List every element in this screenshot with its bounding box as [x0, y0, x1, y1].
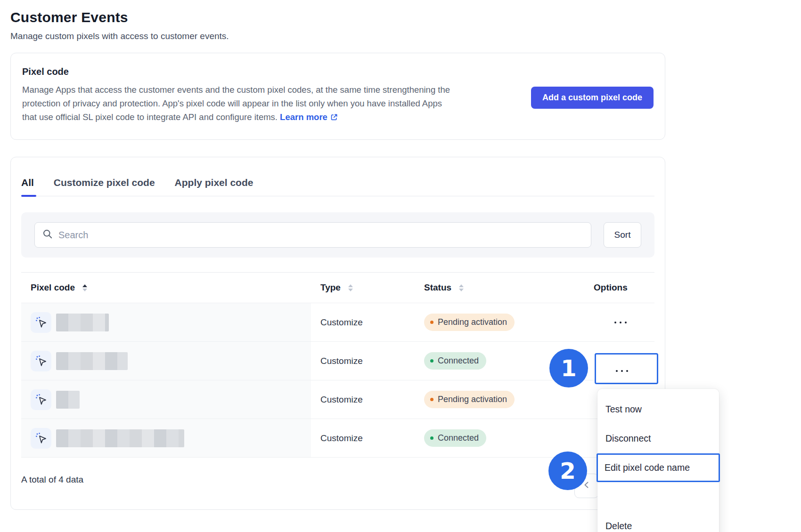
column-header-status[interactable]: Status [415, 273, 584, 303]
more-options-icon[interactable] [613, 317, 629, 328]
pixel-code-card: Pixel code Manage Apps that access the c… [10, 53, 665, 140]
column-header-pixel-code[interactable]: Pixel code [21, 273, 311, 303]
search-box[interactable] [34, 222, 591, 248]
status-cell: Connected [415, 419, 584, 457]
search-panel: Sort [21, 212, 654, 258]
search-input[interactable] [57, 229, 583, 241]
pixel-code-description: Manage Apps that access the customer eve… [22, 83, 450, 125]
options-button-highlight-box [595, 353, 658, 384]
status-cell: Pending activation [415, 380, 584, 419]
status-badge: Connected [424, 352, 486, 370]
status-badge: Connected [424, 429, 486, 447]
pixel-code-cell [21, 419, 311, 457]
pixel-cursor-icon [31, 389, 51, 410]
tab-all[interactable]: All [21, 177, 34, 196]
status-badge: Pending activation [424, 314, 515, 331]
pixel-code-cell [21, 380, 311, 419]
pixel-cursor-icon [31, 312, 51, 333]
pixel-code-cell [21, 303, 311, 341]
redacted-pixel-name [56, 352, 128, 370]
column-header-type[interactable]: Type [311, 273, 415, 303]
pixel-cursor-icon [31, 351, 51, 371]
table-row: Customize Connected [21, 419, 654, 458]
column-header-options: Options [584, 273, 654, 303]
type-cell: Customize [311, 303, 415, 341]
page-title: Customer Events [10, 9, 665, 25]
external-link-icon [330, 112, 338, 125]
table-row: Customize Pending activation [21, 380, 654, 419]
type-cell: Customize [311, 419, 415, 457]
status-dot-icon [430, 398, 433, 401]
sort-carets-icon[interactable] [348, 284, 353, 291]
menu-item-disconnect[interactable]: Disconnect [597, 424, 719, 453]
type-cell: Customize [311, 380, 415, 419]
sort-carets-icon[interactable] [459, 284, 464, 291]
menu-item-delete[interactable]: Delete [597, 511, 719, 532]
page-subtitle: Manage custom pixels with access to cust… [10, 31, 665, 41]
annotation-step-1-circle: 1 [549, 349, 588, 387]
status-dot-icon [430, 359, 433, 363]
description-line-1: Manage Apps that access the customer eve… [22, 83, 450, 97]
annotation-step-2-circle: 2 [548, 451, 587, 490]
edit-pixel-code-name-highlight-box[interactable]: Edit pixel code name [597, 453, 720, 482]
more-options-icon[interactable] [614, 365, 630, 377]
status-dot-icon [430, 321, 433, 324]
table-row: Customize Pending activation [21, 303, 654, 341]
tab-customize-pixel-code[interactable]: Customize pixel code [54, 177, 155, 196]
status-badge: Pending activation [424, 391, 515, 408]
pixel-cursor-icon [31, 428, 51, 449]
pixel-code-card-title: Pixel code [22, 66, 654, 77]
status-dot-icon [430, 436, 433, 440]
description-line-2: protection of privacy and protection. Ap… [22, 97, 450, 110]
redacted-pixel-name [56, 429, 184, 447]
search-icon [42, 229, 53, 241]
sort-carets-icon[interactable] [82, 284, 87, 291]
sort-button[interactable]: Sort [604, 222, 641, 248]
tab-apply-pixel-code[interactable]: Apply pixel code [175, 177, 253, 196]
type-cell: Customize [311, 342, 415, 380]
redacted-pixel-name [56, 391, 80, 409]
description-line-3: that use official SL pixel code to integ… [22, 110, 450, 125]
status-cell: Pending activation [415, 303, 584, 341]
customer-events-page: Customer Events Manage custom pixels wit… [0, 0, 801, 532]
pixel-code-cell [21, 342, 311, 380]
tab-bar: All Customize pixel code Apply pixel cod… [21, 157, 654, 196]
table-header-row: Pixel code Type Status Options [21, 273, 654, 303]
menu-item-test-now[interactable]: Test now [597, 395, 719, 424]
options-cell [584, 303, 654, 341]
add-custom-pixel-code-button[interactable]: Add a custom pixel code [531, 87, 654, 109]
redacted-pixel-name [56, 314, 109, 331]
learn-more-link[interactable]: Learn more [280, 112, 338, 122]
